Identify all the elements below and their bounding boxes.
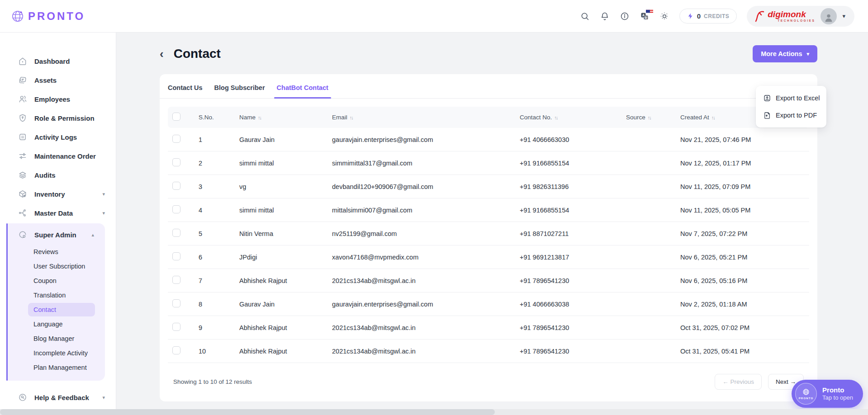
sort-icon[interactable]: ↑↓ [350,115,353,120]
row-checkbox[interactable] [172,229,180,237]
table-row: 4simmi mittalmittalsimmi007@gmail.com+91… [168,198,809,222]
org-name: digimonk [768,10,806,19]
tab-bar: Contact UsBlog SubscriberChatBot Contact [160,74,817,99]
info-icon[interactable] [620,11,630,21]
sidebar-item-inventory[interactable]: Inventory▾ [0,184,116,203]
chat-launcher[interactable]: PRONTO Pronto Tap to open [792,380,863,408]
sidebar-subitem-plan-management[interactable]: Plan Management [28,361,95,374]
shield-icon [18,113,27,123]
cell-name: Gaurav Jain [235,128,327,151]
horizontal-scrollbar[interactable] [0,409,868,415]
cell-select [168,151,194,175]
assets-icon [18,75,27,85]
sidebar-subitem-incomplete-activity[interactable]: Incomplete Activity [28,346,95,360]
row-checkbox[interactable] [172,158,180,166]
user-avatar[interactable] [821,8,837,24]
sidebar-item-label: Assets [34,76,108,84]
row-checkbox[interactable] [172,252,180,260]
sidebar-item-role-permission[interactable]: Role & Permission [0,108,116,127]
sidebar-subitem-translation[interactable]: Translation [28,288,95,302]
previous-page-button[interactable]: ← Previous [715,374,762,390]
cell-select [168,340,194,363]
row-checkbox[interactable] [172,205,180,213]
digimonk-logo-icon [754,9,766,23]
cell-name: Abhishek Rajput [235,269,327,292]
help-icon [18,393,27,402]
cell-name: Nitin Verma [235,222,327,245]
credits-badge[interactable]: 0 CREDITS [679,9,737,24]
cell-created: Nov 12, 2025, 01:17 PM [676,151,809,175]
tab-blog-subscriber[interactable]: Blog Subscriber [214,84,265,98]
cell-select [168,222,194,245]
layers-icon [18,170,27,179]
cell-name: simmi mittal [235,151,327,175]
cell-source [621,269,676,292]
column-header-source[interactable]: Source↑↓ [621,107,676,128]
theme-toggle-sun-icon[interactable] [659,11,669,21]
sidebar-footer: Help & Feedback▾ [0,388,116,407]
cell-created: Nov 11, 2025, 05:05 PM [676,198,809,222]
sort-icon[interactable]: ↑↓ [648,115,651,120]
sort-icon[interactable]: ↑↓ [258,115,261,120]
cell-email: mittalsimmi007@gmail.com [327,198,515,222]
menu-item-export-to-excel[interactable]: Export to Excel [756,90,826,107]
account-menu[interactable]: digimonk TECHNOLOGIES ▾ [747,6,854,27]
row-checkbox[interactable] [172,135,180,143]
cell-sno: 9 [194,316,235,340]
column-header-name[interactable]: Name↑↓ [235,107,327,128]
cell-name: simmi mittal [235,198,327,222]
sidebar-item-activity-logs[interactable]: Activity Logs [0,127,116,146]
column-header-contact-no-[interactable]: Contact No.↑↓ [515,107,621,128]
row-checkbox[interactable] [172,299,180,307]
table-row: 7Abhishek Rajput2021cs134ab@mitsgwl.ac.i… [168,269,809,292]
sidebar-item-master-data[interactable]: Master Data▾ [0,203,116,222]
doc-icon [18,132,27,141]
row-checkbox[interactable] [172,276,180,284]
sidebar-item-assets[interactable]: Assets [0,71,116,90]
tab-chatbot-contact[interactable]: ChatBot Contact [277,84,328,98]
sort-icon[interactable]: ↑↓ [554,115,557,120]
nodes-icon [18,208,27,217]
more-actions-dropdown: Export to ExcelExport to PDF [756,86,826,127]
menu-item-export-to-pdf[interactable]: Export to PDF [756,107,826,124]
table-header-row: S.No.Name↑↓Email↑↓Contact No.↑↓Source↑↓C… [168,107,809,128]
pagination: ← Previous Next → [715,374,804,390]
cell-contact: +91 9691213817 [515,245,621,269]
sidebar-item-employees[interactable]: Employees [0,90,116,108]
select-all-checkbox[interactable] [172,113,180,121]
brand-logo[interactable]: PRONTO [11,9,85,23]
globe-icon [11,9,24,23]
sidebar-subitem-language[interactable]: Language [28,317,95,331]
chevron-up-icon: ▴ [91,232,94,238]
notifications-bell-icon[interactable] [600,11,610,21]
row-checkbox[interactable] [172,346,180,354]
sidebar-item-dashboard[interactable]: Dashboard [0,52,116,71]
sidebar-item-super-admin[interactable]: Super Admin▴ [6,225,105,244]
row-checkbox[interactable] [172,182,180,190]
sidebar-subitem-reviews[interactable]: Reviews [28,245,95,259]
cell-email: 2021cs134ab@mitsgwl.ac.in [327,316,515,340]
sidebar-subitem-contact[interactable]: Contact [28,303,95,316]
language-translate-icon[interactable]: A文 [640,11,650,21]
scrollbar-thumb[interactable] [0,409,495,415]
tab-contact-us[interactable]: Contact Us [168,84,203,98]
cell-contact: +91 7896541230 [515,340,621,363]
column-header-email[interactable]: Email↑↓ [327,107,515,128]
row-checkbox[interactable] [172,323,180,331]
sidebar-subitem-user-subscription[interactable]: User Subscription [28,259,95,273]
credits-count: 0 [697,12,701,20]
search-icon[interactable] [580,11,590,21]
cell-email: nv251199@gmail.com [327,222,515,245]
page-title: Contact [174,47,221,61]
more-actions-button[interactable]: More Actions ▾ [753,45,817,62]
column-label: Created At [680,114,709,121]
sidebar-item-help-feedback[interactable]: Help & Feedback▾ [0,388,116,407]
sidebar-subitem-blog-manager[interactable]: Blog Manager [28,332,95,345]
sidebar-item-maintenance-order[interactable]: Maintenance Order [0,146,116,165]
sidebar: DashboardAssetsEmployeesRole & Permissio… [0,33,116,415]
sort-icon[interactable]: ↑↓ [711,115,715,120]
sidebar-item-audits[interactable]: Audits [0,165,116,184]
back-button[interactable]: ‹ [160,48,164,60]
sidebar-subitem-coupon[interactable]: Coupon [28,274,95,288]
cell-contact: +91 4066663030 [515,128,621,151]
